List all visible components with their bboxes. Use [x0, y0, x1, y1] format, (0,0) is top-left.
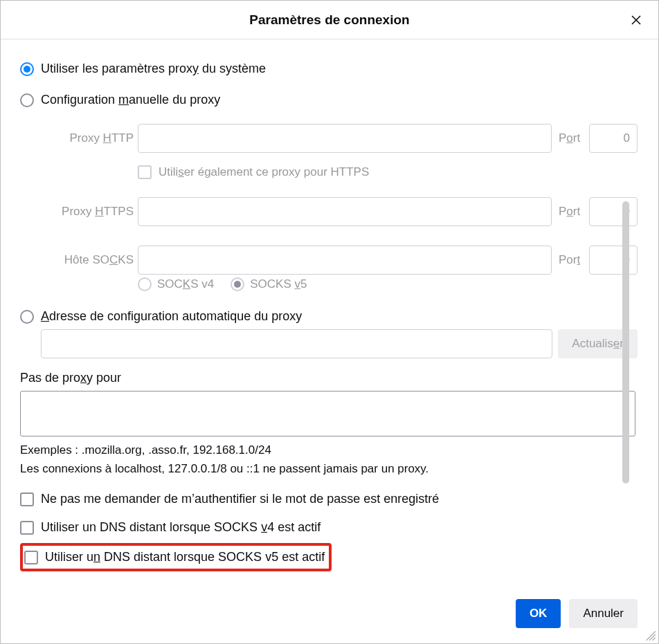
input-socks-port[interactable] [589, 246, 638, 275]
radio-row-system-proxy[interactable]: Utiliser les paramètres proxy du système [20, 62, 638, 76]
radio-system-proxy-label: Utiliser les paramètres proxy du système [41, 62, 266, 76]
input-pac-url[interactable] [41, 329, 552, 358]
checkbox-remote-dns-socks5[interactable] [24, 551, 38, 564]
input-http-proxy[interactable] [138, 124, 552, 153]
radio-pac[interactable] [20, 310, 34, 324]
radio-row-pac[interactable]: Adresse de configuration automatique du … [20, 309, 638, 324]
radio-socks-v5-label: SOCKS v5 [250, 277, 307, 291]
radio-socks-v5[interactable] [231, 277, 244, 291]
checkbox-row-remote-dns-socks4[interactable]: Utiliser un DNS distant lorsque SOCKS v4… [20, 513, 638, 542]
checkbox-remote-dns-socks4[interactable] [20, 521, 34, 535]
svg-line-4 [653, 638, 656, 641]
radio-socks-v4-label: SOCKS v4 [157, 277, 214, 291]
label-socks-host: Hôte SOCKS [20, 253, 138, 267]
dialog-footer: OK Annuler [516, 599, 638, 628]
close-icon [630, 14, 642, 26]
label-https-proxy: Proxy HTTPS [20, 205, 138, 219]
socks-version-group: SOCKS v4 SOCKS v5 [138, 277, 638, 291]
svg-line-3 [649, 634, 656, 641]
row-socks-host: Hôte SOCKS Port [20, 246, 638, 275]
radio-system-proxy[interactable] [20, 62, 34, 76]
radio-opt-socks-v5[interactable]: SOCKS v5 [231, 277, 307, 291]
cancel-button[interactable]: Annuler [569, 599, 638, 628]
checkbox-use-for-https[interactable] [138, 165, 152, 179]
ok-button[interactable]: OK [516, 599, 561, 628]
label-http-proxy: Proxy HTTP [20, 131, 138, 145]
radio-manual-proxy-label: Configuration manuelle du proxy [41, 93, 220, 107]
checkbox-use-for-https-label: Utiliser également ce proxy pour HTTPS [159, 165, 369, 179]
help-text-line2: Les connexions à localhost, 127.0.0.1/8 … [20, 459, 638, 478]
row-https-proxy: Proxy HTTPS Port [20, 197, 638, 226]
pac-row: Actualiser [41, 329, 638, 358]
radio-manual-proxy[interactable] [20, 93, 34, 107]
radio-row-manual-proxy[interactable]: Configuration manuelle du proxy [20, 93, 638, 107]
connection-settings-dialog: Paramètres de connexion Utiliser les par… [0, 0, 659, 644]
checkbox-row-use-for-https[interactable]: Utiliser également ce proxy pour HTTPS [138, 165, 638, 179]
input-http-port[interactable] [589, 124, 638, 153]
resize-handle[interactable] [643, 628, 656, 641]
close-button[interactable] [626, 10, 646, 30]
checkbox-no-auth-prompt[interactable] [20, 493, 34, 506]
label-no-proxy-for: Pas de proxy pour [20, 371, 638, 385]
label-http-port: Port [559, 131, 589, 145]
resize-handle-icon [643, 628, 656, 641]
radio-opt-socks-v4[interactable]: SOCKS v4 [138, 277, 214, 291]
dialog-content: Utiliser les paramètres proxy du système… [20, 39, 638, 594]
row-http-proxy: Proxy HTTP Port [20, 124, 638, 153]
input-https-port[interactable] [589, 197, 638, 226]
help-text-line1: Exemples : .mozilla.org, .asso.fr, 192.1… [20, 441, 638, 459]
label-https-port: Port [559, 205, 589, 219]
input-https-proxy[interactable] [138, 197, 552, 226]
radio-pac-label: Adresse de configuration automatique du … [41, 309, 302, 324]
dialog-title: Paramètres de connexion [249, 12, 409, 28]
checkbox-remote-dns-socks5-label: Utiliser un DNS distant lorsque SOCKS v5… [45, 550, 325, 564]
checkbox-row-remote-dns-socks5[interactable]: Utiliser un DNS distant lorsque SOCKS v5… [24, 550, 325, 564]
scrollbar-thumb[interactable] [622, 201, 629, 484]
dialog-header: Paramètres de connexion [1, 1, 658, 39]
checkbox-row-no-auth-prompt[interactable]: Ne pas me demander de m’authentifier si … [20, 485, 638, 513]
highlighted-checkbox-remote-dns-socks5: Utiliser un DNS distant lorsque SOCKS v5… [20, 543, 332, 571]
checkbox-remote-dns-socks4-label: Utiliser un DNS distant lorsque SOCKS v4… [41, 520, 321, 535]
radio-socks-v4[interactable] [138, 277, 152, 291]
label-socks-port: Port [559, 253, 589, 267]
textarea-no-proxy-for[interactable] [20, 391, 635, 436]
input-socks-host[interactable] [138, 246, 552, 275]
checkbox-no-auth-prompt-label: Ne pas me demander de m’authentifier si … [41, 492, 439, 506]
help-text-examples: Exemples : .mozilla.org, .asso.fr, 192.1… [20, 441, 638, 478]
